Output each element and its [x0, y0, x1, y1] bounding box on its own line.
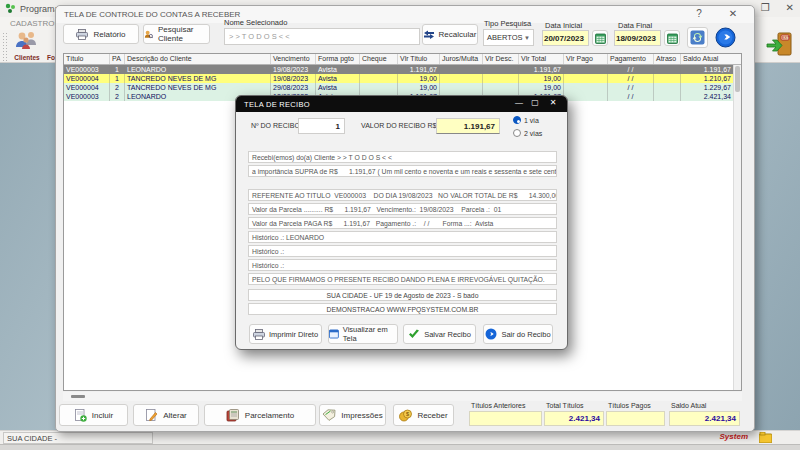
modal-close-button[interactable]: ✕: [547, 98, 559, 107]
receipt-modal: TELA DE RECIBO — ▢ ✕ Nº DO RECIBO 1 VALO…: [235, 95, 568, 350]
installment-book-icon: [226, 409, 240, 422]
app-maximize-button[interactable]: ❐: [761, 2, 770, 13]
search-type-select[interactable]: ABERTOS ▼: [483, 29, 534, 46]
table-header-cell[interactable]: Saldo Atual: [681, 54, 733, 64]
copies-2vias-label: 2 vias: [524, 130, 542, 137]
exit-receipt-button[interactable]: Sair do Recibo: [483, 324, 553, 344]
modal-maximize-button[interactable]: ▢: [529, 98, 541, 107]
receipt-value-label: VALOR DO RECIBO R$: [361, 122, 436, 129]
reference-field[interactable]: REFERENTE AO TITULO VE000003 DO DIA 19/0…: [248, 189, 557, 201]
toolbar-clients-button[interactable]: Clientes: [8, 31, 46, 61]
refresh-button[interactable]: [687, 27, 708, 48]
table-cell: [483, 83, 519, 92]
demo-field[interactable]: DEMONSTRACAO WWW.FPQSYSTEM.COM.BR: [248, 303, 557, 315]
table-header-cell[interactable]: Forma pgto: [316, 54, 360, 64]
copies-1via-option[interactable]: 1 via: [513, 116, 539, 124]
end-date-input[interactable]: 18/09/2023: [614, 30, 661, 46]
radio-selected-icon[interactable]: [513, 116, 521, 124]
recalculate-button[interactable]: Recalcular: [422, 24, 478, 45]
receipt-value-input[interactable]: 1.191,67: [436, 118, 500, 134]
table-header-cell[interactable]: Vlr Total: [519, 54, 564, 64]
table-header-cell[interactable]: Vencimento: [271, 54, 316, 64]
document-edit-icon: [145, 409, 158, 422]
vertical-scrollbar[interactable]: [733, 65, 741, 391]
city-date-field[interactable]: SUA CIDADE - UF 19 de Agosto de 2023 - S…: [248, 289, 557, 301]
edit-button[interactable]: Alterar: [133, 404, 199, 426]
clients-label: Clientes: [8, 54, 46, 61]
total-titles-label: Total Títulos: [546, 402, 584, 409]
calendar-icon: [667, 33, 678, 44]
table-header-cell[interactable]: Pagamento: [608, 54, 654, 64]
exit-door-icon: EXIT: [765, 31, 795, 57]
history-field-2[interactable]: Histórico .:: [248, 245, 557, 257]
table-header-cell[interactable]: Vlr Titulo: [398, 54, 440, 64]
table-cell: 1.191,67: [398, 65, 440, 74]
start-date-calendar-button[interactable]: [592, 30, 608, 46]
save-receipt-label: Salvar Recibo: [424, 330, 471, 339]
go-exit-button[interactable]: [714, 26, 737, 49]
table-cell: [360, 65, 398, 74]
green-check-icon: [408, 329, 420, 339]
table-header-row[interactable]: TítuloPADescrição do ClienteVencimentoFo…: [64, 54, 741, 65]
table-header-cell[interactable]: Atraso: [654, 54, 681, 64]
table-cell: LEONARDO: [125, 65, 271, 74]
vertical-scrollbar-thumb[interactable]: [735, 66, 740, 92]
receipt-number-input[interactable]: 1: [298, 118, 345, 134]
app-close-button[interactable]: ✕: [786, 2, 794, 13]
start-date-input[interactable]: 20/07/2023: [542, 30, 589, 46]
table-header-cell[interactable]: Descrição do Cliente: [125, 54, 271, 64]
table-header-cell[interactable]: Título: [64, 54, 110, 64]
table-header-cell[interactable]: Vlr Desc.: [483, 54, 519, 64]
table-cell: [654, 83, 681, 92]
copies-2vias-option[interactable]: 2 vias: [513, 129, 542, 137]
search-client-button[interactable]: Pesquisar Cliente: [143, 24, 210, 44]
table-cell: Avista: [316, 83, 360, 92]
receipt-number-label: Nº DO RECIBO: [251, 122, 300, 129]
report-button[interactable]: Relatório: [63, 24, 139, 44]
table-header-cell[interactable]: Cheque: [360, 54, 398, 64]
paid-titles-value: [606, 411, 665, 426]
save-receipt-button[interactable]: Salvar Recibo: [403, 324, 476, 344]
horizontal-scrollbar[interactable]: [63, 392, 742, 401]
table-cell: VE000003: [64, 65, 110, 74]
table-cell: 2: [110, 92, 125, 101]
table-cell: [654, 65, 681, 74]
statusbar-brand: System: [720, 432, 748, 441]
table-header-cell[interactable]: Vlr Pago: [564, 54, 608, 64]
table-row[interactable]: VE0000041TANCREDO NEVES DE MG19/08/2023A…: [64, 74, 741, 83]
paid-installment-field[interactable]: Valor da Parcela PAGA R$ 1.191,67 Pagame…: [248, 217, 557, 229]
installment-button-label: Parcelamento: [245, 411, 294, 420]
radio-unselected-icon[interactable]: [513, 129, 521, 137]
modal-minimize-button[interactable]: —: [513, 98, 525, 107]
window-close-button[interactable]: ✕: [726, 8, 740, 19]
table-header-cell[interactable]: Juros/Multa: [440, 54, 483, 64]
table-cell: [654, 74, 681, 83]
table-row[interactable]: VE0000042TANCREDO NEVES DE MG29/08/2023A…: [64, 83, 741, 92]
selected-name-input[interactable]: > > T O D O S < <: [224, 28, 420, 45]
svg-text:EXIT: EXIT: [782, 36, 790, 40]
include-button[interactable]: Incluir: [59, 404, 128, 426]
table-header-cell[interactable]: PA: [110, 54, 125, 64]
table-cell: TANCREDO NEVES DE MG: [125, 74, 271, 83]
table-cell: 2.421,34: [681, 92, 733, 101]
horizontal-scrollbar-thumb[interactable]: [71, 395, 85, 398]
menu-cadastros[interactable]: CADASTROS: [10, 19, 60, 28]
history-field-3[interactable]: Histórico .:: [248, 259, 557, 271]
preview-button[interactable]: Visualizar em Tela: [328, 324, 398, 344]
toolbar-exit-button[interactable]: EXIT: [762, 31, 798, 61]
window-help-button[interactable]: ?: [692, 8, 706, 19]
end-date-calendar-button[interactable]: [664, 30, 680, 46]
print-button[interactable]: Impressões: [319, 404, 386, 426]
search-type-label: Tipo Pesquisa: [484, 19, 531, 28]
received-from-field[interactable]: Recebi(emos) do(a) Cliente > > T O D O S…: [248, 151, 557, 163]
receive-button[interactable]: $ Receber: [393, 404, 454, 426]
settlement-field[interactable]: PELO QUE FIRMAMOS O PRESENTE RECIBO DAND…: [248, 273, 557, 285]
table-row[interactable]: VE0000031LEONARDO19/08/2023Avista1.191,6…: [64, 65, 741, 74]
amount-words-field[interactable]: a importância SUPRA de R$ 1.191,67 ( Um …: [248, 165, 557, 177]
installment-field[interactable]: Valor da Parcela .......... R$ 1.191,67 …: [248, 203, 557, 215]
print-direct-button[interactable]: Imprimir Direto: [249, 324, 322, 344]
installment-button[interactable]: Parcelamento: [204, 404, 316, 426]
history-field-1[interactable]: Histórico .: LEONARDO: [248, 231, 557, 243]
svg-text:$: $: [406, 411, 409, 417]
include-button-label: Incluir: [92, 411, 113, 420]
